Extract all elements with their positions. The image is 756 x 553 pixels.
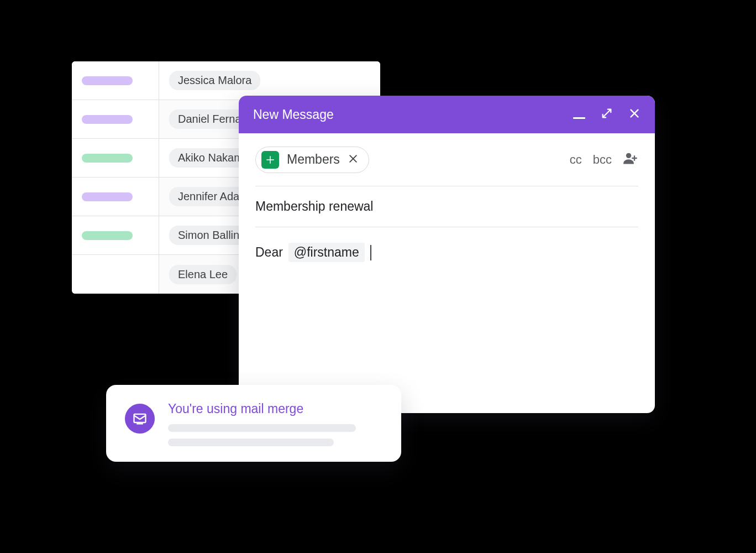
sheets-icon <box>261 151 279 169</box>
to-field[interactable]: Members cc bcc <box>255 133 638 186</box>
svg-rect-1 <box>134 414 146 422</box>
table-row[interactable]: Jessica Malora <box>72 61 380 100</box>
subject-text: Membership renewal <box>255 199 373 214</box>
subject-field[interactable]: Membership renewal <box>255 186 638 227</box>
cell-status[interactable] <box>72 216 159 254</box>
mail-merge-icon <box>125 404 155 434</box>
skeleton-line <box>168 424 356 432</box>
contact-chip: Elena Lee <box>169 265 237 284</box>
body-field[interactable]: Dear @firstname <box>255 227 638 262</box>
close-icon[interactable] <box>628 107 641 122</box>
cc-button[interactable]: cc <box>570 153 582 167</box>
status-pill <box>82 154 133 163</box>
compose-header: New Message <box>239 96 655 133</box>
recipient-chip[interactable]: Members <box>255 147 369 173</box>
status-pill <box>82 76 133 85</box>
recipient-name: Members <box>287 152 340 167</box>
skeleton-line <box>168 439 334 446</box>
cell-status[interactable] <box>72 178 159 216</box>
compose-window: New Message Members cc <box>239 96 655 413</box>
status-pill <box>82 192 133 201</box>
mail-merge-notification[interactable]: You're using mail merge <box>106 385 401 462</box>
notification-title: You're using mail merge <box>168 401 382 416</box>
minimize-icon[interactable] <box>573 111 585 119</box>
text-cursor <box>370 245 371 260</box>
svg-point-0 <box>626 153 631 158</box>
remove-recipient-icon[interactable] <box>348 153 359 166</box>
cell-status[interactable] <box>72 100 159 138</box>
cell-status[interactable] <box>72 61 159 100</box>
add-person-icon[interactable] <box>623 150 638 169</box>
body-text: Dear <box>255 245 283 260</box>
status-pill <box>82 115 133 124</box>
status-pill <box>82 231 133 240</box>
bcc-button[interactable]: bcc <box>593 153 612 167</box>
compose-title: New Message <box>253 107 573 122</box>
expand-icon[interactable] <box>601 107 613 122</box>
merge-token[interactable]: @firstname <box>288 243 365 262</box>
cell-name[interactable]: Jessica Malora <box>159 61 380 100</box>
cell-status[interactable] <box>72 255 159 294</box>
cell-status[interactable] <box>72 139 159 177</box>
contact-chip: Jessica Malora <box>169 71 260 90</box>
